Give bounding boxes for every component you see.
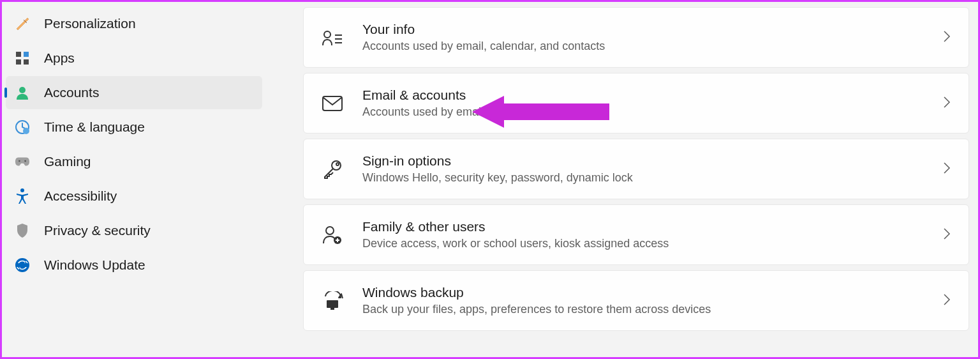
people-add-icon: [322, 224, 343, 246]
sidebar-item-gaming[interactable]: Gaming: [6, 145, 262, 178]
person-icon: [15, 85, 30, 100]
card-title: Family & other users: [362, 219, 924, 234]
sidebar-item-accessibility[interactable]: Accessibility: [6, 180, 262, 213]
svg-rect-2: [16, 59, 21, 65]
chevron-right-icon: [943, 96, 951, 111]
card-text: Windows backup Back up your files, apps,…: [362, 285, 924, 316]
svg-point-4: [19, 87, 26, 93]
update-sync-icon: [15, 257, 30, 273]
apps-grid-icon: [15, 50, 30, 66]
sidebar-item-label: Privacy & security: [44, 223, 151, 238]
svg-point-7: [19, 160, 20, 162]
card-title: Windows backup: [362, 285, 924, 300]
chevron-right-icon: [943, 293, 951, 309]
chevron-right-icon: [943, 162, 951, 177]
svg-rect-22: [327, 300, 338, 308]
person-lines-icon: [322, 27, 343, 49]
sidebar-item-label: Accounts: [44, 85, 99, 100]
sidebar-item-label: Apps: [44, 50, 75, 66]
key-icon: [322, 158, 343, 180]
sidebar-item-apps[interactable]: Apps: [6, 42, 262, 75]
paintbrush-icon: [15, 16, 30, 31]
card-text: Email & accounts Accounts used by email,…: [362, 88, 924, 119]
svg-rect-1: [24, 52, 29, 57]
card-description: Windows Hello, security key, password, d…: [362, 171, 924, 185]
card-email-accounts[interactable]: Email & accounts Accounts used by email,…: [303, 73, 969, 134]
card-text: Sign-in options Windows Hello, security …: [362, 153, 924, 185]
chevron-right-icon: [943, 227, 951, 243]
svg-point-8: [24, 160, 26, 162]
sidebar-item-accounts[interactable]: Accounts: [6, 76, 262, 109]
svg-point-17: [336, 163, 339, 165]
svg-point-10: [15, 258, 29, 272]
card-description: Accounts used by email, calendar, and co…: [362, 105, 924, 119]
clock-globe-icon: [15, 119, 30, 135]
card-title: Sign-in options: [362, 153, 924, 169]
envelope-icon: [322, 93, 343, 114]
svg-point-11: [324, 31, 330, 38]
backup-sync-icon: [322, 290, 343, 312]
card-text: Family & other users Device access, work…: [362, 219, 924, 250]
sidebar-item-label: Accessibility: [44, 188, 117, 204]
sidebar-item-personalization[interactable]: Personalization: [6, 7, 262, 40]
settings-sidebar: Personalization Apps Accounts Time & lan…: [2, 2, 267, 357]
sidebar-item-time-language[interactable]: Time & language: [6, 111, 262, 144]
sidebar-item-label: Time & language: [44, 119, 145, 135]
sidebar-item-privacy-security[interactable]: Privacy & security: [6, 214, 262, 247]
card-your-info[interactable]: Your info Accounts used by email, calend…: [303, 7, 969, 68]
card-sign-in-options[interactable]: Sign-in options Windows Hello, security …: [303, 139, 969, 199]
card-family-other-users[interactable]: Family & other users Device access, work…: [303, 204, 969, 265]
svg-rect-23: [330, 308, 334, 310]
card-description: Back up your files, apps, preferences to…: [362, 303, 924, 316]
shield-icon: [15, 223, 30, 238]
sidebar-item-windows-update[interactable]: Windows Update: [6, 248, 262, 282]
card-description: Accounts used by email, calendar, and co…: [362, 40, 924, 53]
sidebar-item-label: Personalization: [44, 16, 136, 31]
chevron-right-icon: [943, 30, 951, 45]
sidebar-item-label: Windows Update: [44, 257, 145, 273]
svg-point-6: [23, 128, 29, 134]
card-title: Email & accounts: [362, 88, 924, 103]
svg-rect-3: [24, 59, 29, 65]
card-windows-backup[interactable]: Windows backup Back up your files, apps,…: [303, 270, 969, 331]
gamepad-icon: [15, 154, 30, 169]
svg-rect-0: [16, 52, 21, 57]
card-text: Your info Accounts used by email, calend…: [362, 22, 924, 53]
svg-point-9: [20, 188, 24, 192]
settings-main-panel: Your info Accounts used by email, calend…: [267, 2, 978, 357]
card-title: Your info: [362, 22, 924, 37]
svg-point-18: [326, 227, 334, 234]
svg-rect-15: [323, 96, 342, 111]
card-description: Device access, work or school users, kio…: [362, 237, 924, 250]
sidebar-item-label: Gaming: [44, 154, 91, 169]
accessibility-icon: [15, 188, 30, 204]
